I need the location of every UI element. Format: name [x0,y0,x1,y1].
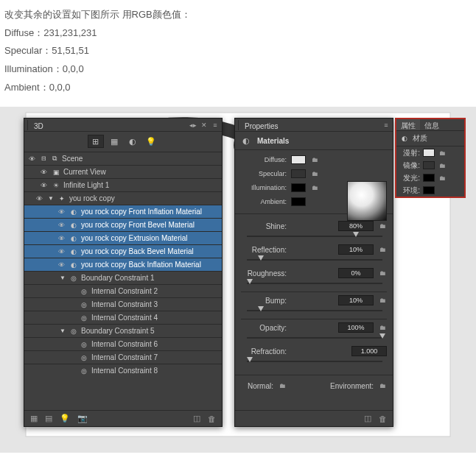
filter-mesh-icon[interactable]: ▦ [106,135,122,148]
folder-icon[interactable]: 🖿 [378,222,387,230]
internal-constraint-row[interactable]: ◎Internal Constraint 4 [24,311,222,324]
folder-icon[interactable]: 🖿 [438,161,447,170]
internal-constraint-row[interactable]: ◎Internal Constraint 2 [24,285,222,297]
render-icon[interactable]: ▦ [30,414,38,423]
material-row[interactable]: 👁◐you rock copy Front Bevel Material [24,219,222,231]
light-new-icon[interactable]: 💡 [60,414,70,423]
specular-label: Specular: [241,170,287,177]
boundary-constraint-row[interactable]: ▼◎Boundary Constraint 1 [24,272,222,284]
diffuse-swatch[interactable] [291,155,306,164]
folder-icon[interactable]: 🖿 [378,269,387,278]
delete-icon[interactable]: 🗑 [208,414,216,423]
folder-icon[interactable]: 🖿 [278,381,287,390]
material-preview[interactable] [347,181,387,221]
internal-constraint-row[interactable]: ◎Internal Constraint 7 [24,351,222,364]
eye-icon[interactable]: 👁 [57,261,66,269]
filter-material-icon[interactable]: ◐ [125,135,141,148]
opacity-label: Opacity: [241,324,287,332]
constraint-label: Internal Constraint 4 [91,314,158,322]
material-row[interactable]: 👁◐you rock copy Back Bevel Material [24,245,222,258]
filter-scene-icon[interactable]: ⊞ [88,135,104,148]
roughness-value[interactable]: 0% [338,268,374,278]
panel-3d-titlebar[interactable]: 3D ◂▸ ✕ ≡ [24,119,222,132]
reflection-value[interactable]: 10% [338,244,374,255]
internal-constraint-row[interactable]: ◎Internal Constraint 6 [24,338,222,350]
instr-specular: Specular：51,51,51 [4,42,472,60]
tab-attributes[interactable]: 属性 [396,119,420,130]
tab-info[interactable]: 信息 [420,119,444,130]
eye-icon[interactable]: 👁 [57,235,66,242]
twirl-icon[interactable]: ⊟ [40,155,47,162]
twirl-down-icon[interactable]: ▼ [47,195,55,202]
eye-icon[interactable]: 👁 [35,195,44,202]
folder-icon[interactable]: 🖿 [378,381,387,390]
illumination-swatch[interactable] [291,183,306,192]
folder-icon[interactable]: 🖿 [438,149,447,158]
cn-specular-label: 镜像: [399,160,420,171]
current-view-row[interactable]: 👁 ▣ Current View [24,166,222,178]
collapse-icon[interactable]: ◂▸ [189,121,197,129]
cn-glow-swatch[interactable] [423,174,435,182]
eye-icon[interactable]: 👁 [39,182,49,189]
material-row[interactable]: 👁◐you rock copy Front Inflation Material [24,205,222,218]
internal-constraint-row[interactable]: ◎Internal Constraint 3 [24,298,222,311]
camera-new-icon[interactable]: 📷 [77,414,88,423]
close-icon[interactable]: ✕ [200,121,208,129]
folder-icon[interactable]: 🖿 [378,323,387,332]
scene-label: Scene [62,155,83,163]
ambient-swatch[interactable] [291,197,306,206]
twirl-down-icon[interactable]: ▼ [59,275,66,281]
refraction-row: Refraction:1.000 [241,346,387,356]
shine-value[interactable]: 80% [338,221,374,231]
material-icon: ◐ [69,234,78,243]
cn-ambient-swatch[interactable] [423,186,435,194]
internal-constraint-row[interactable]: ◎Internal Constraint 8 [24,364,222,377]
panel-properties: Properties ≡ ◐ Materials Diffuse: 🖿 Spec… [234,118,393,427]
folder-icon[interactable]: 🖿 [310,183,319,192]
cn-diffuse-label: 漫射: [399,148,420,158]
refraction-value[interactable]: 1.000 [351,346,387,356]
twirl-down-icon[interactable]: ▼ [59,328,66,334]
menu-icon[interactable]: ≡ [382,121,390,129]
new-icon[interactable]: ◫ [364,414,371,423]
reflection-slider[interactable] [247,256,382,264]
new-icon[interactable]: ◫ [193,414,200,423]
constraint-label: Internal Constraint 2 [91,287,158,295]
specular-swatch[interactable] [291,169,306,178]
ground-icon[interactable]: ▤ [45,414,52,423]
cn-material-label: 材质 [413,133,427,144]
filter-light-icon[interactable]: 💡 [143,135,159,148]
opacity-value[interactable]: 100% [338,322,374,333]
panel-props-titlebar[interactable]: Properties ≡ [235,119,393,132]
bump-value[interactable]: 10% [338,295,374,305]
eye-icon[interactable]: 👁 [27,155,37,163]
delete-icon[interactable]: 🗑 [379,414,387,423]
roughness-slider[interactable] [247,280,382,287]
opacity-slider[interactable] [247,334,382,342]
cn-specular-swatch[interactable] [423,161,435,169]
infinite-light-row[interactable]: 👁 ☀ Infinite Light 1 [24,179,222,191]
you-rock-row[interactable]: 👁 ▼ ✦ you rock copy [24,192,222,205]
eye-icon[interactable]: 👁 [57,222,66,229]
folder-icon[interactable]: 🖿 [310,155,319,164]
boundary-constraint-row[interactable]: ▼◎Boundary Constraint 5 [24,325,222,337]
material-row[interactable]: 👁◐you rock copy Extrusion Material [24,232,222,244]
bump-slider[interactable] [247,307,382,314]
eye-icon[interactable]: 👁 [57,248,66,255]
scene-row[interactable]: 👁 ⊟ ⧉ Scene [24,152,222,165]
folder-icon[interactable]: 🖿 [378,245,387,254]
folder-icon[interactable]: 🖿 [310,169,319,178]
eye-icon[interactable]: 👁 [39,169,49,176]
menu-icon[interactable]: ≡ [211,121,219,129]
eye-icon[interactable]: 👁 [57,208,66,216]
folder-icon[interactable]: 🖿 [438,174,447,183]
refraction-slider[interactable] [247,358,382,365]
folder-icon[interactable]: 🖿 [378,296,387,305]
shine-row: Shine:80%🖿 [241,221,387,231]
constraint-icon: ◎ [80,353,88,362]
instr-line-1: 改变其余的设置如下图所示 用RGB颜色值： [4,6,472,24]
material-row[interactable]: 👁◐you rock copy Back Inflation Material [24,258,222,271]
shine-slider[interactable] [247,233,382,240]
cn-diffuse-swatch[interactable] [423,149,435,157]
materials-icon: ◐ [239,135,253,146]
